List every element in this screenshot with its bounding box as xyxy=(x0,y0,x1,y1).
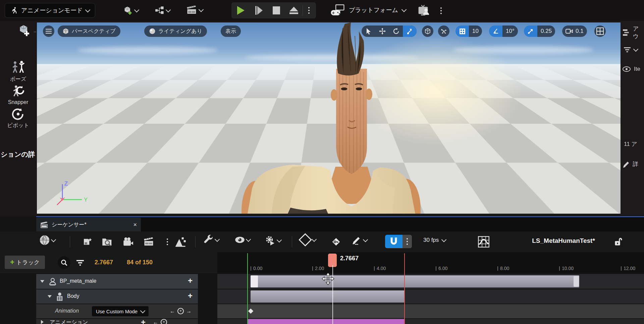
sidebar-item-snapper[interactable]: Snapper xyxy=(3,85,33,105)
prev-key-button[interactable]: ← xyxy=(170,308,175,314)
add-key-button[interactable]: + xyxy=(177,308,184,314)
auto-key-button[interactable] xyxy=(329,234,343,249)
toolbar-overflow-button[interactable] xyxy=(436,5,446,17)
scale-tool-button[interactable] xyxy=(403,25,417,37)
stop-button[interactable] xyxy=(268,2,285,18)
curve-editor-button[interactable] xyxy=(476,234,491,249)
grid-snap-control[interactable]: 10 xyxy=(455,25,482,37)
snapping-options-button[interactable] xyxy=(402,235,412,248)
fps-dropdown[interactable]: 30 fps xyxy=(423,237,446,244)
browse-sequence-button[interactable] xyxy=(100,234,115,249)
track-lane-actor[interactable] xyxy=(217,274,644,289)
expand-arrow-icon[interactable] xyxy=(40,280,44,283)
next-key-button[interactable]: → xyxy=(186,308,192,314)
surface-snapping-button[interactable] xyxy=(438,25,449,37)
select-tool-button[interactable] xyxy=(362,25,375,37)
angle-snap-icon xyxy=(489,25,502,37)
create-camera-button[interactable] xyxy=(121,234,136,249)
platform-button[interactable]: プラットフォーム xyxy=(330,4,406,16)
save-sequence-button[interactable] xyxy=(80,234,95,249)
close-icon[interactable]: × xyxy=(133,221,137,228)
add-track-button[interactable]: + トラック xyxy=(5,256,45,269)
playback-options-button[interactable] xyxy=(265,235,281,246)
section-bar[interactable] xyxy=(251,275,579,287)
lock-button[interactable] xyxy=(612,235,625,249)
add-section-button[interactable]: + xyxy=(141,319,146,324)
render-options-button[interactable] xyxy=(163,234,172,249)
track-lane-body[interactable] xyxy=(217,289,644,304)
axis-y-label: Y xyxy=(84,197,88,203)
sidebar-item-pivot[interactable]: ピボット xyxy=(3,107,33,129)
ruler-tick-label: 10.00 xyxy=(562,266,574,271)
render-movie-button[interactable] xyxy=(142,234,156,249)
rotate-tool-button[interactable] xyxy=(389,25,403,37)
outliner-item-header[interactable]: Ite xyxy=(623,66,640,72)
animation-mode-button[interactable]: アニメーションモード xyxy=(5,3,95,18)
edit-mode-button[interactable] xyxy=(352,235,367,245)
sequencer-actions-button[interactable] xyxy=(173,234,188,249)
quad-view-button[interactable] xyxy=(594,25,606,37)
eject-button[interactable] xyxy=(285,2,303,18)
section-resize-handle[interactable] xyxy=(574,276,579,287)
keyframe-options-button[interactable] xyxy=(301,235,316,245)
view-options-button[interactable] xyxy=(235,236,250,244)
chevron-down-icon xyxy=(441,237,447,242)
outliner-filter-button[interactable] xyxy=(624,47,638,52)
show-flags-button[interactable]: 表示 xyxy=(221,25,241,37)
section-bar[interactable] xyxy=(251,290,405,303)
track-row-body[interactable]: Body + xyxy=(36,289,198,304)
level-viewport[interactable]: Z Y パースペクティブ ライティングあり 表示 xyxy=(37,22,621,214)
timeline-ruler[interactable]: 0.00 2.00 4.00 6.00 8.00 10.00 12.00 2.7… xyxy=(217,252,644,273)
perspective-button[interactable]: パースペクティブ xyxy=(58,25,120,37)
filter-tracks-button[interactable] xyxy=(75,258,85,268)
cinematics-button[interactable] xyxy=(186,5,203,15)
track-row-anim-partial[interactable]: アニメーション + ← + xyxy=(36,319,198,324)
sidebar-item-label: ピボット xyxy=(7,122,29,129)
add-actor-button[interactable] xyxy=(123,5,139,15)
standalone-game-button[interactable] xyxy=(417,4,431,17)
sequencer-tab-bar: シーケンサー* × xyxy=(36,216,644,232)
expand-arrow-icon[interactable] xyxy=(48,295,52,298)
sequencer-settings-button[interactable] xyxy=(203,234,219,245)
track-row-animation[interactable]: Animation Use Custom Mode ← + → xyxy=(36,304,198,318)
blueprints-button[interactable] xyxy=(155,6,170,15)
section-left-cap[interactable] xyxy=(251,275,258,287)
world-space-button[interactable] xyxy=(422,25,433,37)
sequence-name: LS_MetaHumanTest* xyxy=(517,237,610,245)
magnet-toggle-button[interactable] xyxy=(385,235,402,248)
collapse-arrow-icon[interactable] xyxy=(41,320,44,324)
lit-mode-button[interactable]: ライティングあり xyxy=(144,25,207,37)
track-lane-anim-partial[interactable] xyxy=(217,319,644,324)
sequencer-tab[interactable]: シーケンサー* × xyxy=(36,218,141,232)
move-tool-button[interactable] xyxy=(375,25,389,37)
current-time-field[interactable]: 2.7667 xyxy=(95,259,113,266)
camera-speed-control[interactable]: 0.1 xyxy=(562,25,587,37)
search-tracks-button[interactable] xyxy=(58,256,70,269)
sidebar-item-poses[interactable]: ポーズ xyxy=(3,60,33,83)
animation-mode-dropdown[interactable]: Use Custom Mode xyxy=(92,306,149,316)
play-button[interactable] xyxy=(231,2,250,18)
track-lane-animation[interactable] xyxy=(217,304,644,318)
add-key-button[interactable]: + xyxy=(161,319,167,324)
cube-plus-icon xyxy=(123,5,133,15)
playback-start-line[interactable] xyxy=(247,253,248,324)
world-selection-button[interactable] xyxy=(39,234,55,246)
sidebar-add-button[interactable]: .. xyxy=(17,23,36,37)
rotation-snap-control[interactable]: 10° xyxy=(489,25,518,37)
outliner-tab[interactable]: アウ xyxy=(623,25,644,40)
add-section-button[interactable]: + xyxy=(188,291,193,301)
frame-skip-button[interactable] xyxy=(250,2,268,18)
play-options-button[interactable] xyxy=(303,2,315,18)
track-row-actor[interactable]: BP_meta_male + xyxy=(36,274,198,289)
playhead-marker[interactable] xyxy=(328,254,337,267)
prev-key-button[interactable]: ← xyxy=(153,319,158,324)
gamepad-icon xyxy=(330,4,345,16)
add-section-button[interactable]: + xyxy=(188,276,193,285)
lock-open-icon xyxy=(614,237,623,247)
scale-snap-control[interactable]: 0.25 xyxy=(524,25,555,37)
viewport-menu-button[interactable] xyxy=(43,25,54,37)
outliner-count-partial: 11 ア xyxy=(624,140,637,148)
playback-end-line[interactable] xyxy=(404,253,405,324)
animation-clip-bar[interactable] xyxy=(247,319,405,324)
details-tab-partial[interactable]: 詳 xyxy=(623,160,638,168)
